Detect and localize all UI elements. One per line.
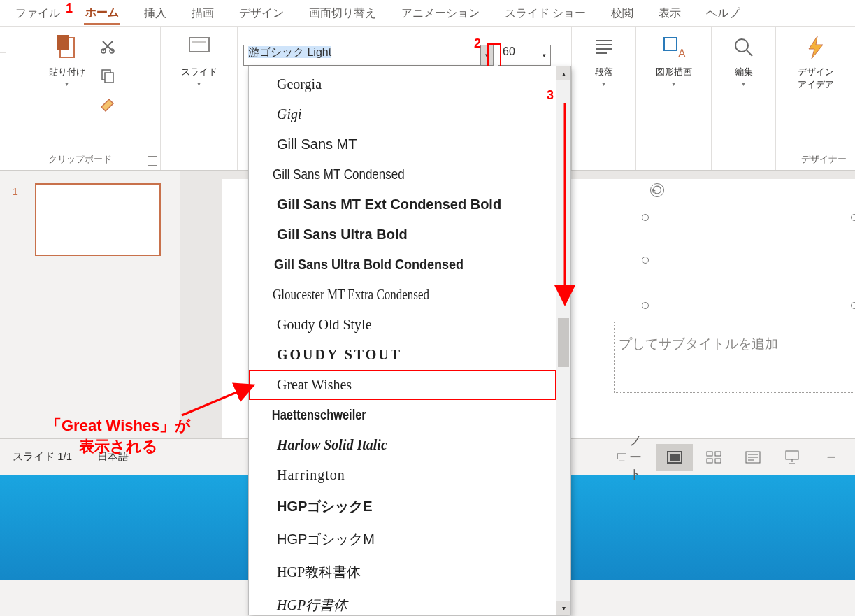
shapes-icon: A (660, 34, 688, 62)
font-item-gill-sans-ultra-bold[interactable]: Gill Sans Ultra Bold (249, 220, 556, 250)
drawing-button[interactable]: A 図形描画 ▾ (652, 32, 696, 89)
menu-bar: ファイル ホーム 挿入 描画 デザイン 画面切り替え アニメーション スライド … (0, 0, 855, 27)
font-dropdown-list: Georgia Gigi Gill Sans MT Gill Sans MT C… (248, 66, 571, 615)
slides-label: スライド (181, 66, 217, 78)
rotate-handle-icon[interactable] (650, 183, 664, 197)
lightning-icon (802, 34, 830, 62)
design-ideas-button[interactable]: デザイン アイデア (793, 32, 838, 92)
group-label-slides (166, 163, 231, 170)
font-item-haettenschweiler[interactable]: Haettenschweiler (249, 400, 501, 430)
caret-icon: ▾ (602, 80, 605, 87)
drawing-label: 図形描画 (656, 66, 692, 78)
caret-icon: ▾ (742, 80, 745, 87)
font-item-hgp-gyosho[interactable]: HGP行書体 (249, 589, 556, 615)
font-name-dropdown-button[interactable]: ▾ (481, 45, 494, 66)
font-item-goudy-stout[interactable]: GOUDY STOUT (249, 340, 556, 370)
svg-rect-5 (105, 73, 113, 83)
thumbnail-number: 1 (13, 186, 18, 197)
cut-button[interactable] (98, 36, 117, 56)
font-item-gill-sans-mt[interactable]: Gill Sans MT (249, 129, 556, 159)
font-item-harrington[interactable]: Harrington (249, 460, 556, 490)
svg-rect-6 (189, 38, 209, 52)
group-designer: デザイン アイデア デザイナー (776, 27, 855, 170)
normal-view-button[interactable] (656, 444, 693, 471)
resize-handle[interactable] (642, 302, 649, 309)
font-dropdown-scrollbar[interactable]: ▴ ▾ (556, 66, 570, 615)
slide-sorter-view-button[interactable] (696, 444, 732, 471)
editing-button[interactable]: 編集 ▾ (726, 32, 762, 89)
subtitle-placeholder-text: プしてサブタイトルを追加 (615, 322, 855, 353)
paste-label: 貼り付け (49, 66, 85, 78)
font-item-hgp-gothic-e[interactable]: HGPゴシックE (249, 490, 556, 523)
group-editing: 編集 ▾ (712, 27, 776, 170)
notes-button[interactable]: ノート (617, 444, 654, 471)
svg-rect-16 (707, 459, 712, 463)
status-language[interactable]: 日本語 (97, 450, 129, 464)
status-slide-number: スライド 1/1 (13, 450, 72, 464)
zoom-out-button[interactable]: − (813, 444, 849, 471)
font-item-georgia[interactable]: Georgia (249, 69, 556, 99)
group-drawing: A 図形描画 ▾ (636, 27, 712, 170)
font-item-gill-sans-mt-condensed[interactable]: Gill Sans MT Condensed (249, 159, 510, 189)
tab-view[interactable]: 表示 (657, 2, 682, 24)
font-item-hgp-gothic-m[interactable]: HGPゴシックM (249, 523, 556, 556)
font-size-dropdown-button[interactable]: ▾ (538, 45, 551, 66)
font-size-input[interactable]: 60 (498, 45, 538, 66)
svg-rect-14 (707, 452, 712, 456)
copy-button[interactable] (98, 66, 117, 85)
paragraph-button[interactable]: 段落 ▾ (586, 32, 622, 89)
svg-rect-19 (786, 451, 798, 459)
resize-handle[interactable] (642, 257, 649, 264)
caret-icon: ▾ (672, 80, 675, 87)
svg-text:A: A (678, 48, 686, 59)
svg-rect-13 (670, 454, 680, 461)
font-item-gloucester-mt-extra-condensed[interactable]: Gloucester MT Extra Condensed (249, 280, 510, 310)
tab-review[interactable]: 校閲 (610, 2, 635, 24)
tab-draw[interactable]: 描画 (190, 2, 215, 24)
group-clipboard: 貼り付け ▾ クリップボード (0, 27, 161, 170)
tab-home[interactable]: ホーム (84, 1, 120, 25)
font-item-gigi[interactable]: Gigi (249, 99, 556, 129)
scroll-down-button[interactable]: ▾ (556, 601, 570, 615)
font-item-harlow-solid-italic[interactable]: Harlow Solid Italic (249, 430, 556, 460)
design-ideas-label: デザイン アイデア (798, 66, 834, 91)
scroll-thumb[interactable] (558, 318, 569, 367)
title-placeholder[interactable] (645, 217, 855, 306)
font-item-goudy-old-style[interactable]: Goudy Old Style (249, 310, 556, 340)
tab-transitions[interactable]: 画面切り替え (308, 2, 378, 24)
tab-design[interactable]: デザイン (238, 2, 285, 24)
font-name-input[interactable]: 游ゴシック Light (243, 45, 481, 66)
scroll-up-button[interactable]: ▴ (556, 66, 570, 80)
slideshow-view-button[interactable] (774, 444, 810, 471)
slide-icon (185, 34, 213, 62)
paste-button[interactable]: 貼り付け ▾ (45, 32, 89, 89)
tab-animations[interactable]: アニメーション (400, 2, 481, 24)
subtitle-placeholder[interactable]: プしてサブタイトルを追加 (614, 322, 855, 393)
slides-button[interactable]: スライド ▾ (177, 32, 222, 89)
group-slides: スライド ▾ (161, 27, 238, 170)
font-item-gill-sans-ultra-bold-condensed[interactable]: Gill Sans Ultra Bold Condensed (249, 250, 526, 280)
editing-label: 編集 (735, 66, 753, 78)
paragraph-icon (590, 34, 618, 62)
search-icon (730, 34, 758, 62)
resize-handle[interactable] (642, 214, 649, 221)
svg-point-10 (735, 39, 748, 52)
font-item-hgp-kyokasho[interactable]: HGP教科書体 (249, 556, 556, 589)
format-painter-button[interactable] (98, 95, 117, 115)
svg-rect-1 (57, 35, 69, 50)
svg-rect-15 (715, 452, 721, 456)
clipboard-icon (53, 34, 81, 62)
tab-insert[interactable]: 挿入 (143, 2, 168, 24)
group-paragraph: 段落 ▾ (572, 27, 636, 170)
reading-view-button[interactable] (735, 444, 771, 471)
resize-handle[interactable] (851, 302, 855, 309)
tab-help[interactable]: ヘルプ (705, 2, 741, 24)
font-item-gill-sans-mt-ext-condensed-bold[interactable]: Gill Sans MT Ext Condensed Bold (249, 189, 556, 220)
tab-file[interactable]: ファイル (14, 2, 62, 24)
resize-handle[interactable] (851, 214, 855, 221)
clipboard-launcher[interactable] (148, 156, 157, 166)
font-item-great-wishes[interactable]: Great Wishes (249, 370, 556, 400)
svg-rect-8 (664, 38, 677, 50)
slide-thumbnail-1[interactable] (35, 183, 161, 256)
tab-slideshow[interactable]: スライド ショー (503, 2, 587, 24)
